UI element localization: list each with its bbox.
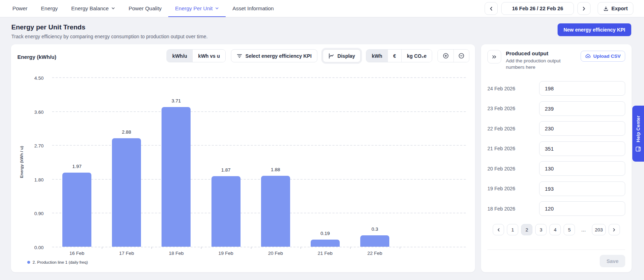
- bar-slot: 1.97: [52, 77, 102, 247]
- pagination-page-4[interactable]: 4: [549, 224, 561, 235]
- row-value-input[interactable]: [539, 181, 625, 196]
- x-tick-label: 19 Feb: [201, 247, 250, 259]
- chart-plot-area: Energy (kWh / u) 4.50 3.60 2.70 1.80 0.9…: [52, 77, 466, 259]
- bar-19-feb[interactable]: 1.87: [211, 176, 241, 247]
- bar-21-feb[interactable]: 0.19: [311, 240, 340, 247]
- nav-item-label: Energy Per Unit: [175, 5, 213, 11]
- nav-item-label: Power: [12, 5, 28, 11]
- row-date-label: 20 Feb 2026: [487, 166, 515, 172]
- pagination-ellipsis: …: [578, 224, 589, 235]
- chevron-down-icon: [215, 6, 219, 10]
- view-toggle-kwh-vs-u[interactable]: kWh vs u: [192, 50, 225, 62]
- date-next-button[interactable]: [577, 2, 591, 15]
- nav-item-label: Power Quality: [129, 5, 162, 11]
- chevron-right-icon: [612, 228, 616, 232]
- row-value-input[interactable]: [539, 81, 625, 96]
- nav-item-power[interactable]: Power: [6, 0, 34, 17]
- nav-item-label: Energy: [41, 5, 58, 11]
- nav-item-asset-information[interactable]: Asset Information: [226, 0, 281, 17]
- x-tick: [350, 247, 351, 249]
- x-tick-label: 16 Feb: [52, 247, 102, 259]
- bar-value-label: 0.19: [321, 231, 330, 236]
- chart-plot: Energy (kWh / u) 4.50 3.60 2.70 1.80 0.9…: [52, 77, 466, 247]
- chevron-left-icon: [497, 228, 501, 232]
- bar-value-label: 1.87: [221, 167, 230, 173]
- collapse-panel-button[interactable]: [487, 50, 501, 63]
- row-value-input[interactable]: [539, 121, 625, 136]
- unit-toggle-co2e[interactable]: kg CO₂e: [401, 50, 432, 62]
- side-panel-footer: Save: [487, 250, 625, 267]
- help-panel-icon: [635, 146, 641, 152]
- page-subtitle: Track energy efficiency by comparing ene…: [11, 34, 208, 39]
- chart-toolbar-row: Energy (kWh/u) kWh/u kWh vs u Select ene…: [17, 49, 469, 62]
- chevron-left-icon: [489, 6, 493, 11]
- unit-toggle-eur[interactable]: €: [388, 50, 401, 62]
- zoom-in-button[interactable]: [438, 50, 453, 62]
- pagination-next-button[interactable]: [609, 224, 620, 235]
- filter-icon: [237, 54, 242, 58]
- row-value-input[interactable]: [539, 141, 625, 156]
- row-date-label: 23 Feb 2026: [487, 106, 515, 111]
- pagination-page-2-current[interactable]: 2: [521, 224, 532, 235]
- main-nav: Power Energy Energy Balance Power Qualit…: [6, 0, 281, 17]
- pagination-prev-button[interactable]: [493, 224, 504, 235]
- row-date-label: 22 Feb 2026: [487, 126, 515, 131]
- bar-value-label: 1.97: [72, 164, 81, 169]
- x-tick-label: 22 Feb: [350, 247, 400, 259]
- display-label: Display: [338, 53, 355, 59]
- row-value-input[interactable]: [539, 161, 625, 176]
- produced-output-panel: Produced output Add the production outpu…: [481, 44, 632, 272]
- x-tick: [251, 247, 252, 249]
- date-range-button[interactable]: 16 Feb 26 / 22 Feb 26: [501, 2, 574, 15]
- date-prev-button[interactable]: [485, 2, 498, 15]
- pagination-page-1[interactable]: 1: [507, 224, 518, 235]
- row-value-input[interactable]: [539, 101, 625, 116]
- bar-slot: 0.19: [300, 77, 350, 247]
- production-row: 23 Feb 2026: [487, 101, 625, 116]
- nav-item-energy-balance[interactable]: Energy Balance: [64, 0, 122, 17]
- select-kpi-label: Select energy efficiency KPI: [245, 53, 312, 59]
- chart-toolbar: kWh/u kWh vs u Select energy efficiency …: [166, 49, 469, 62]
- bar-value-label: 0.3: [372, 226, 378, 232]
- export-button[interactable]: Export: [598, 2, 633, 15]
- view-toggle-kwh-per-u[interactable]: kWh/u: [167, 50, 192, 62]
- upload-csv-button[interactable]: Upload CSV: [581, 51, 625, 62]
- y-tick-label: 4.50: [34, 75, 44, 81]
- pagination-page-3[interactable]: 3: [535, 224, 547, 235]
- bar-22-feb[interactable]: 0.3: [360, 235, 389, 247]
- line-chart-icon: [328, 53, 334, 59]
- display-button[interactable]: Display: [323, 49, 361, 62]
- bar-16-feb[interactable]: 1.97: [62, 173, 91, 247]
- double-chevron-right-icon: [492, 55, 497, 59]
- select-kpi-button[interactable]: Select energy efficiency KPI: [231, 49, 317, 62]
- side-panel-titles: Produced output Add the production outpu…: [506, 50, 576, 71]
- export-label: Export: [611, 6, 628, 11]
- date-range-label: 16 Feb 26 / 22 Feb 26: [512, 6, 563, 11]
- row-date-label: 21 Feb 2026: [487, 146, 515, 151]
- x-tick: [300, 247, 301, 249]
- row-date-label: 24 Feb 2026: [487, 86, 515, 91]
- row-value-input[interactable]: [539, 201, 625, 216]
- bar-17-feb[interactable]: 2.88: [112, 138, 141, 247]
- nav-item-power-quality[interactable]: Power Quality: [122, 0, 168, 17]
- bar-slot: 1.87: [201, 77, 250, 247]
- side-panel-subtitle: Add the production output numbers here: [506, 58, 571, 71]
- side-panel-header: Produced output Add the production outpu…: [487, 50, 625, 71]
- main-content: Energy (kWh/u) kWh/u kWh vs u Select ene…: [0, 39, 644, 272]
- legend-label: 2. Production line 1 (daily freq): [33, 260, 88, 264]
- nav-item-energy[interactable]: Energy: [34, 0, 65, 17]
- chevron-down-icon: [111, 6, 115, 10]
- chevron-right-icon: [582, 6, 586, 11]
- pagination-page-5[interactable]: 5: [564, 224, 575, 235]
- nav-item-energy-per-unit[interactable]: Energy Per Unit: [168, 0, 226, 17]
- cloud-upload-icon: [585, 54, 591, 59]
- save-button[interactable]: Save: [600, 255, 625, 267]
- bar-18-feb[interactable]: 3.71: [162, 107, 191, 247]
- unit-toggle-kwh[interactable]: kWh: [366, 50, 388, 62]
- new-kpi-button[interactable]: New energy efficiency KPI: [558, 23, 631, 36]
- zoom-out-button[interactable]: [453, 50, 469, 62]
- pagination-page-203[interactable]: 203: [592, 224, 606, 235]
- help-center-tab[interactable]: Help Center: [632, 106, 644, 162]
- bar-20-feb[interactable]: 1.88: [261, 176, 290, 247]
- production-row: 24 Feb 2026: [487, 81, 625, 96]
